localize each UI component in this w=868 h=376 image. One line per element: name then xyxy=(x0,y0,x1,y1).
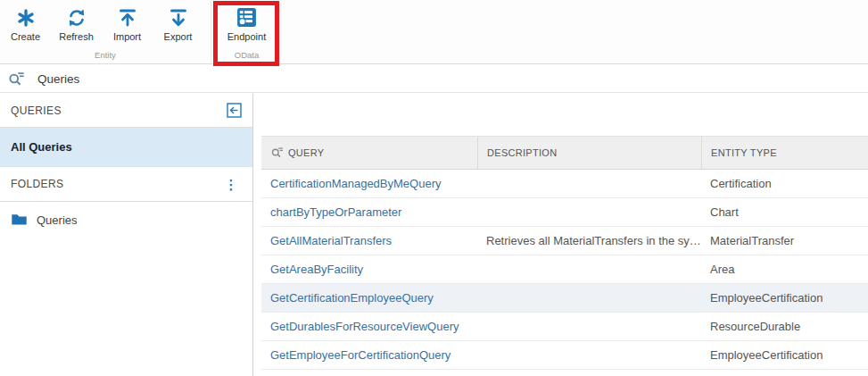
sidebar-folder-item-label: Queries xyxy=(37,213,78,227)
create-button[interactable]: Create xyxy=(0,0,51,48)
kebab-menu-icon[interactable]: ⋮ xyxy=(221,176,242,193)
ribbon-group-entity: Create Refresh xyxy=(0,0,211,63)
column-header-entity-type[interactable]: ENTITY TYPE xyxy=(701,137,868,169)
sidebar-folders-header-label: FOLDERS xyxy=(11,178,63,190)
table-row[interactable]: GetEmployeeForCertificationQueryEmployee… xyxy=(261,341,868,370)
export-icon xyxy=(168,4,189,30)
sidebar-folders-header: FOLDERS ⋮ xyxy=(0,167,252,202)
endpoint-button[interactable]: Endpoint xyxy=(211,0,282,48)
table-row[interactable]: GetAreaByFacilityArea xyxy=(261,255,868,284)
sidebar-panel-header-label: QUERIES xyxy=(11,104,62,117)
entity-type-cell: MaterialTransfer xyxy=(701,234,868,247)
table-row[interactable]: GetDurablesForResourceViewQueryResourceD… xyxy=(261,313,868,341)
column-header-entity-type-label: ENTITY TYPE xyxy=(711,147,777,158)
queries-table: QUERY DESCRIPTION ENTITY TYPE Certificat… xyxy=(261,136,868,370)
sidebar-folder-item-queries[interactable]: Queries xyxy=(0,202,252,238)
description-cell: Retrieves all MaterialTransfers in the s… xyxy=(477,234,701,247)
entity-type-cell: Chart xyxy=(701,205,868,219)
table-row[interactable]: CertificationManagedByMeQueryCertificati… xyxy=(261,170,868,198)
export-button[interactable]: Export xyxy=(153,0,203,48)
entity-type-cell: Certification xyxy=(701,177,868,190)
table-row[interactable]: chartByTypeOrParameterChart xyxy=(261,198,868,227)
table-row[interactable]: GetAllMaterialTransfersRetrieves all Mat… xyxy=(261,227,868,255)
query-link[interactable]: GetAllMaterialTransfers xyxy=(261,234,477,247)
table-header-row: QUERY DESCRIPTION ENTITY TYPE xyxy=(261,136,868,170)
column-header-query[interactable]: QUERY xyxy=(261,137,477,169)
column-header-query-label: QUERY xyxy=(288,147,324,158)
import-icon xyxy=(117,4,138,30)
sidebar-item-all-queries-label: All Queries xyxy=(11,140,72,154)
import-button[interactable]: Import xyxy=(102,0,153,48)
ribbon-group-label-odata: OData xyxy=(211,50,282,60)
table-body: CertificationManagedByMeQueryCertificati… xyxy=(261,170,868,370)
import-button-label: Import xyxy=(113,31,141,42)
query-link[interactable]: GetAreaByFacility xyxy=(261,263,477,276)
table-row[interactable]: GetCertificationEmployeeQueryEmployeeCer… xyxy=(261,284,868,313)
export-button-label: Export xyxy=(164,31,193,42)
app-window: Create Refresh xyxy=(0,0,868,376)
collapse-panel-button[interactable] xyxy=(227,103,242,118)
query-link[interactable]: GetEmployeeForCertificationQuery xyxy=(261,348,477,362)
entity-type-cell: ResourceDurable xyxy=(701,320,868,333)
sidebar-item-all-queries[interactable]: All Queries xyxy=(0,128,252,167)
create-button-label: Create xyxy=(11,31,40,42)
refresh-icon xyxy=(66,4,87,30)
query-magnifier-icon xyxy=(270,146,284,161)
entity-type-cell: Area xyxy=(701,263,868,276)
refresh-button-label: Refresh xyxy=(59,31,94,42)
query-link[interactable]: chartByTypeOrParameter xyxy=(261,205,477,219)
query-link[interactable]: CertificationManagedByMeQuery xyxy=(261,177,477,190)
sidebar: QUERIES All Queries FOLDERS ⋮ xyxy=(0,94,253,376)
sidebar-panel-header: QUERIES xyxy=(0,94,252,128)
column-header-description-label: DESCRIPTION xyxy=(487,147,557,158)
endpoint-button-label: Endpoint xyxy=(227,31,266,42)
query-magnifier-icon xyxy=(7,70,25,88)
folder-icon xyxy=(11,212,28,229)
ribbon-group-odata: Endpoint OData xyxy=(211,0,282,63)
refresh-button[interactable]: Refresh xyxy=(51,0,102,48)
page-title: Queries xyxy=(37,72,79,86)
page-title-bar: Queries xyxy=(0,65,868,93)
content-area: QUERIES All Queries FOLDERS ⋮ xyxy=(0,94,868,376)
query-link[interactable]: GetCertificationEmployeeQuery xyxy=(261,291,477,305)
create-asterisk-icon xyxy=(15,4,37,30)
column-header-description[interactable]: DESCRIPTION xyxy=(477,137,701,169)
query-link[interactable]: GetDurablesForResourceViewQuery xyxy=(261,320,477,333)
collapse-panel-icon xyxy=(227,103,242,118)
ribbon-toolbar: Create Refresh xyxy=(0,0,868,64)
ribbon-group-label-entity: Entity xyxy=(0,50,211,60)
endpoint-table-icon xyxy=(236,4,258,30)
entity-type-cell: EmployeeCertification xyxy=(701,291,868,305)
main-area: QUERY DESCRIPTION ENTITY TYPE Certificat… xyxy=(254,94,868,376)
entity-type-cell: EmployeeCertification xyxy=(701,348,868,362)
